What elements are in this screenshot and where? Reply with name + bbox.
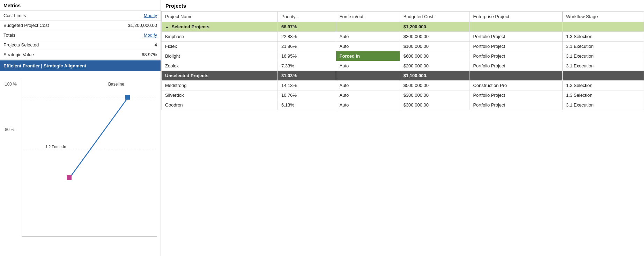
project-name-kinphase: Kinphase [162, 32, 278, 42]
unselected-projects-label[interactable]: Unselected Projects [162, 71, 278, 81]
projects-selected-row: Projects Selected 4 [0, 40, 161, 50]
project-budgeted-goodron: $300,000.00 [400, 100, 469, 110]
selected-projects-budgeted: $1,200,000. [400, 22, 469, 32]
project-budgeted-fixlex: $100,000.00 [400, 42, 469, 51]
totals-modify-link[interactable]: Modify [144, 32, 157, 38]
projects-selected-value: 4 [88, 40, 161, 50]
selected-expand-arrow[interactable]: ▲ [165, 25, 169, 29]
unselected-projects-group-row[interactable]: Unselected Projects 31.03% $1,100,000. [162, 71, 644, 81]
project-workflow-silverdox: 1.3 Selection [562, 90, 644, 100]
left-panel: Metrics Cost Limits Modify Budgeted Proj… [0, 0, 161, 256]
project-workflow-fixlex: 3.1 Execution [562, 42, 644, 51]
unselected-projects-enterprise [469, 71, 562, 81]
strategic-value-label: Strategic Value [0, 50, 88, 60]
selected-projects-enterprise [469, 22, 562, 32]
totals-label: Totals [0, 30, 88, 40]
col-header-project-name[interactable]: Project Name [162, 12, 278, 22]
strategic-value-row: Strategic Value 68.97% [0, 50, 161, 60]
metrics-table: Cost Limits Modify Budgeted Project Cost… [0, 11, 161, 60]
col-header-enterprise[interactable]: Enterprise Project [469, 12, 562, 22]
project-force-medstrong[interactable]: Auto [336, 81, 400, 90]
project-enterprise-medstrong: Construction Pro [469, 81, 562, 90]
unselected-projects-priority: 31.03% [278, 71, 336, 81]
strategic-alignment-link[interactable]: Strategic Alignment [44, 63, 86, 68]
project-force-fixlex[interactable]: Auto [336, 42, 400, 51]
budgeted-cost-value: $1,200,000.00 [88, 21, 161, 30]
col-header-workflow[interactable]: Workflow Stage [562, 12, 644, 22]
project-enterprise-goodron: Portfolio Project [469, 100, 562, 110]
project-workflow-goodron: 3.1 Execution [562, 100, 644, 110]
selected-projects-priority: 68.97% [278, 22, 336, 32]
selected-projects-group-row[interactable]: ▲ Selected Projects 68.97% $1,200,000. [162, 22, 644, 32]
projects-table: Project Name Priority ↓ Force in/out Bud… [161, 11, 644, 110]
col-header-force[interactable]: Force in/out [336, 12, 400, 22]
table-row[interactable]: Goodron 6.13% Auto $300,000.00 Portfolio… [162, 100, 644, 110]
project-force-kinphase[interactable]: Auto [336, 32, 400, 42]
projects-table-wrapper[interactable]: Project Name Priority ↓ Force in/out Bud… [161, 11, 644, 256]
project-budgeted-silverdox: $300,000.00 [400, 90, 469, 100]
right-panel: Projects Project Name Priority ↓ Force i… [161, 0, 644, 256]
table-row[interactable]: Medstrong 14.13% Auto $500,000.00 Constr… [162, 81, 644, 90]
table-row[interactable]: Silverdox 10.76% Auto $300,000.00 Portfo… [162, 90, 644, 100]
project-enterprise-kinphase: Portfolio Project [469, 32, 562, 42]
efficient-frontier-label: Efficient Frontier | [3, 63, 44, 68]
project-priority-medstrong: 14.13% [278, 81, 336, 90]
project-force-zoolex[interactable]: Auto [336, 61, 400, 71]
table-row[interactable]: Fixlex 21.86% Auto $100,000.00 Portfolio… [162, 42, 644, 51]
cost-limits-modify-link[interactable]: Modify [144, 13, 157, 18]
project-budgeted-medstrong: $500,000.00 [400, 81, 469, 90]
selected-projects-title: Selected Projects [172, 24, 209, 29]
totals-row: Totals Modify [0, 30, 161, 40]
table-header-row: Project Name Priority ↓ Force in/out Bud… [162, 12, 644, 22]
selected-projects-label[interactable]: ▲ Selected Projects [162, 22, 278, 32]
project-budgeted-biolight: $600,000.00 [400, 51, 469, 61]
project-workflow-medstrong: 1.3 Selection [562, 81, 644, 90]
project-budgeted-kinphase: $300,000.00 [400, 32, 469, 42]
projects-selected-label: Projects Selected [0, 40, 88, 50]
project-name-goodron: Goodron [162, 100, 278, 110]
project-priority-fixlex: 21.86% [278, 42, 336, 51]
metrics-title: Metrics [0, 0, 161, 11]
cost-limits-modify[interactable]: Modify [88, 11, 161, 21]
project-priority-silverdox: 10.76% [278, 90, 336, 100]
cost-limits-label: Cost Limits [0, 11, 88, 21]
forced-in-point [67, 175, 72, 180]
projects-title: Projects [161, 0, 644, 11]
project-name-fixlex: Fixlex [162, 42, 278, 51]
project-priority-biolight: 16.95% [278, 51, 336, 61]
project-force-goodron[interactable]: Auto [336, 100, 400, 110]
project-name-silverdox: Silverdox [162, 90, 278, 100]
totals-modify[interactable]: Modify [88, 30, 161, 40]
unselected-projects-title: Unselected Projects [165, 73, 208, 78]
project-priority-zoolex: 7.33% [278, 61, 336, 71]
project-force-silverdox[interactable]: Auto [336, 90, 400, 100]
chart-area: 100 % 80 % Baseline 1.2 Force-In [0, 71, 161, 256]
budgeted-cost-label: Budgeted Project Cost [0, 21, 88, 30]
chart-svg [0, 71, 161, 256]
table-row[interactable]: Zoolex 7.33% Auto $200,000.00 Portfolio … [162, 61, 644, 71]
project-workflow-biolight: 3.1 Execution [562, 51, 644, 61]
project-name-biolight: Biolight [162, 51, 278, 61]
efficient-frontier-bar: Efficient Frontier | Strategic Alignment [0, 60, 161, 71]
unselected-projects-workflow [562, 71, 644, 81]
project-name-medstrong: Medstrong [162, 81, 278, 90]
col-header-budgeted[interactable]: Budgeted Cost [400, 12, 469, 22]
budgeted-cost-row: Budgeted Project Cost $1,200,000.00 [0, 21, 161, 30]
project-workflow-zoolex: 3.1 Execution [562, 61, 644, 71]
strategic-value-value: 68.97% [88, 50, 161, 60]
unselected-projects-force [336, 71, 400, 81]
project-enterprise-zoolex: Portfolio Project [469, 61, 562, 71]
selected-projects-force [336, 22, 400, 32]
project-budgeted-zoolex: $200,000.00 [400, 61, 469, 71]
baseline-point [125, 95, 130, 100]
project-workflow-kinphase: 1.3 Selection [562, 32, 644, 42]
col-header-priority[interactable]: Priority ↓ [278, 12, 336, 22]
cost-limits-row: Cost Limits Modify [0, 11, 161, 21]
project-priority-goodron: 6.13% [278, 100, 336, 110]
table-row[interactable]: Kinphase 22.83% Auto $300,000.00 Portfol… [162, 32, 644, 42]
table-row[interactable]: Biolight 16.95% Forced In $600,000.00 Po… [162, 51, 644, 61]
project-name-zoolex: Zoolex [162, 61, 278, 71]
project-priority-kinphase: 22.83% [278, 32, 336, 42]
project-force-biolight[interactable]: Forced In [336, 51, 400, 61]
project-enterprise-biolight: Portfolio Project [469, 51, 562, 61]
